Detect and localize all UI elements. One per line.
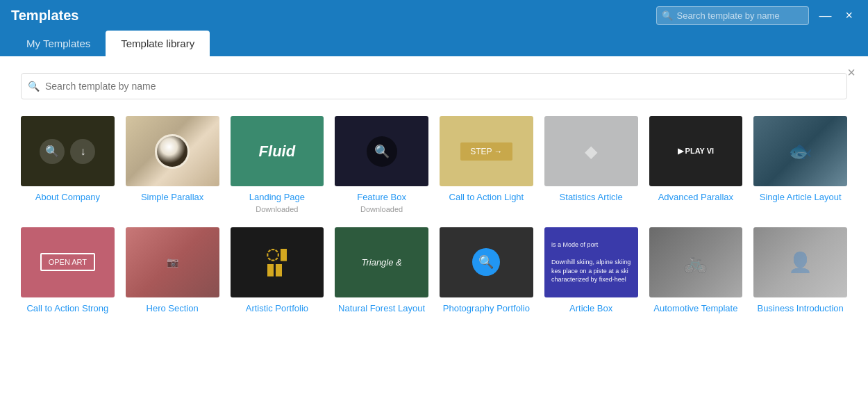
template-cta-strong[interactable]: OPEN ART Call to Action Strong bbox=[21, 227, 115, 315]
template-artistic-portfolio[interactable]: ◌▮▮▮ Artistic Portfolio bbox=[231, 227, 324, 315]
play-text-visual: ▶ PLAY VI bbox=[678, 147, 715, 156]
coffee-thumb-visual bbox=[126, 116, 219, 186]
hero-text: 📷 bbox=[164, 254, 181, 270]
title-artistic-portfolio: Artistic Portfolio bbox=[246, 303, 308, 315]
window-title: Templates bbox=[11, 8, 78, 24]
search-bar-container: 🔍 bbox=[21, 73, 847, 99]
hero-thumb-visual: 📷 bbox=[126, 227, 219, 297]
title-cta-light: Call to Action Light bbox=[449, 192, 524, 204]
search-input[interactable] bbox=[21, 73, 847, 99]
template-hero-section[interactable]: 📷 Hero Section bbox=[126, 227, 219, 315]
tab-template-library[interactable]: Template library bbox=[106, 31, 210, 56]
thumb-photo-portfolio: 🔍 bbox=[440, 227, 533, 297]
auto-icon: 🚲 bbox=[683, 251, 708, 274]
title-statistics: Statistics Article bbox=[560, 192, 623, 204]
template-article-box[interactable]: is a Mode of portDownhill skiing, alpine… bbox=[544, 227, 638, 315]
business-thumb-visual: 👤 bbox=[753, 227, 847, 297]
thumb-simple-parallax bbox=[126, 116, 219, 186]
template-simple-parallax[interactable]: Simple Parallax bbox=[126, 116, 219, 213]
templates-window: Templates 🔍 — × My Templates Template li… bbox=[0, 0, 868, 417]
template-forest-layout[interactable]: Triangle & Natural Forest Layout bbox=[335, 227, 428, 315]
download-icon-about: ↓ bbox=[70, 139, 95, 164]
title-advanced-parallax: Advanced Parallax bbox=[658, 192, 733, 204]
coffee-circle bbox=[155, 134, 190, 169]
search-icon-about: 🔍 bbox=[40, 139, 65, 164]
search-icon-feature: 🔍 bbox=[367, 136, 397, 167]
template-feature-box[interactable]: 🔍 Feature Box Downloaded bbox=[335, 116, 428, 213]
title-hero-section: Hero Section bbox=[147, 303, 199, 315]
search-bar-wrap: 🔍 bbox=[21, 73, 847, 99]
tab-my-templates[interactable]: My Templates bbox=[11, 31, 106, 56]
thumb-automotive: 🚲 bbox=[649, 227, 743, 297]
thumb-business-intro: 👤 bbox=[753, 227, 847, 297]
fish-icon: 🐟 bbox=[788, 140, 812, 163]
title-article-box: Article Box bbox=[569, 303, 612, 315]
thumb-cta-strong: OPEN ART bbox=[21, 227, 115, 297]
title-single-article: Single Article Layout bbox=[760, 192, 842, 204]
close-button[interactable]: × bbox=[841, 8, 857, 23]
thumb-landing-page: Fluid bbox=[231, 116, 324, 186]
badge-feature-box: Downloaded bbox=[360, 205, 403, 213]
template-landing-page[interactable]: Fluid Landing Page Downloaded bbox=[231, 116, 324, 213]
thumb-single-article: 🐟 bbox=[753, 116, 847, 186]
person-icon: 👤 bbox=[788, 251, 812, 274]
template-cta-light[interactable]: STEP → Call to Action Light bbox=[440, 116, 533, 213]
auto-thumb-visual: 🚲 bbox=[649, 227, 743, 297]
thumb-article-box: is a Mode of portDownhill skiing, alpine… bbox=[544, 227, 638, 297]
template-advanced-parallax[interactable]: ▶ PLAY VI Advanced Parallax bbox=[649, 116, 743, 213]
title-photo-portfolio: Photography Portfolio bbox=[443, 303, 530, 315]
photo-overlay: 🔍 bbox=[440, 227, 533, 297]
artistic-gold-text: ◌▮▮▮ bbox=[266, 247, 287, 277]
title-simple-parallax: Simple Parallax bbox=[141, 192, 203, 204]
template-photo-portfolio[interactable]: 🔍 Photography Portfolio bbox=[440, 227, 533, 315]
thumb-hero-section: 📷 bbox=[126, 227, 219, 297]
thumb-cta-light: STEP → bbox=[440, 116, 533, 186]
thumb-advanced-parallax: ▶ PLAY VI bbox=[649, 116, 743, 186]
fluid-text: Fluid bbox=[259, 142, 296, 161]
titlebar-controls: 🔍 — × bbox=[656, 6, 857, 25]
title-about-company: About Company bbox=[35, 192, 100, 204]
step-button-visual: STEP → bbox=[460, 142, 512, 161]
search-icon-photo: 🔍 bbox=[472, 248, 500, 276]
minimize-button[interactable]: — bbox=[815, 8, 835, 23]
content-close-button[interactable]: × bbox=[847, 65, 856, 81]
thumb-feature-box: 🔍 bbox=[335, 116, 428, 186]
titlebar-search-input[interactable] bbox=[656, 6, 809, 25]
title-feature-box: Feature Box bbox=[357, 192, 406, 204]
fish-thumb-visual: 🐟 bbox=[753, 116, 847, 186]
geo-visual: ◆ bbox=[585, 142, 597, 161]
title-business-intro: Business Introduction bbox=[757, 303, 843, 315]
template-business-intro[interactable]: 👤 Business Introduction bbox=[753, 227, 847, 315]
thumb-artistic-portfolio: ◌▮▮▮ bbox=[231, 227, 324, 297]
tabs-bar: My Templates Template library bbox=[0, 31, 868, 56]
titlebar-search-wrap: 🔍 bbox=[656, 6, 809, 25]
title-automotive: Automotive Template bbox=[653, 303, 737, 315]
template-about-company[interactable]: 🔍 ↓ About Company bbox=[21, 116, 115, 213]
templates-grid: 🔍 ↓ About Company Simple Parallax Fluid bbox=[21, 116, 847, 315]
template-single-article[interactable]: 🐟 Single Article Layout bbox=[753, 116, 847, 213]
badge-landing-page: Downloaded bbox=[256, 205, 298, 213]
content-area: × 🔍 🔍 ↓ About Company bbox=[0, 56, 868, 417]
title-cta-strong: Call to Action Strong bbox=[26, 303, 108, 315]
open-art-visual: OPEN ART bbox=[40, 253, 95, 271]
template-statistics[interactable]: ◆ Statistics Article bbox=[544, 116, 638, 213]
article-text-visual: is a Mode of portDownhill skiing, alpine… bbox=[547, 236, 635, 288]
thumb-forest-layout: Triangle & bbox=[335, 227, 428, 297]
triangle-text-visual: Triangle & bbox=[361, 257, 401, 268]
thumb-statistics: ◆ bbox=[544, 116, 638, 186]
title-landing-page: Landing Page bbox=[249, 192, 305, 204]
template-automotive[interactable]: 🚲 Automotive Template bbox=[649, 227, 743, 315]
titlebar: Templates 🔍 — × bbox=[0, 0, 868, 31]
title-forest-layout: Natural Forest Layout bbox=[338, 303, 425, 315]
thumb-about-company: 🔍 ↓ bbox=[21, 116, 115, 186]
search-icon: 🔍 bbox=[28, 81, 40, 92]
